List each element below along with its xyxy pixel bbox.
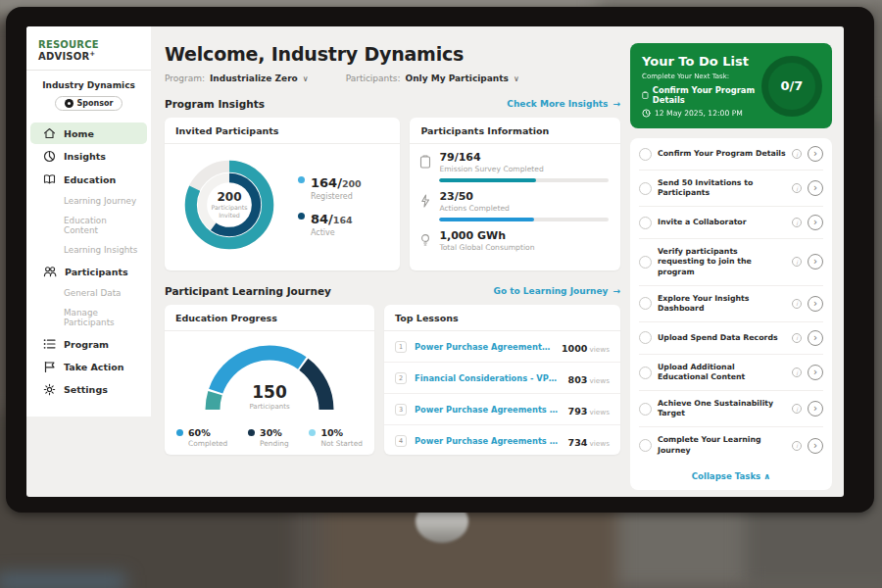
info-icon[interactable]: i	[792, 257, 802, 267]
info-icon[interactable]: i	[792, 299, 802, 309]
task-checkbox[interactable]	[639, 439, 652, 452]
task-checkbox[interactable]	[639, 367, 652, 379]
program-list-icon	[43, 338, 56, 350]
sidebar-item-education[interactable]: Education	[30, 169, 147, 190]
sidebar-item-insights[interactable]: Insights	[30, 145, 147, 168]
desk-photo: RESOURCE ADVISOR+ Industry Dynamics Spon…	[0, 0, 882, 588]
sidebar-item-home[interactable]: Home	[30, 122, 147, 144]
education-progress-card: Education Progress 150 Participants	[165, 305, 374, 455]
legend-dot	[248, 429, 255, 436]
org-name: Industry Dynamics	[26, 80, 151, 90]
sidebar-item-learning-insights[interactable]: Learning Insights	[30, 240, 147, 260]
todo-summary-card: Your To Do List Complete Your Next Task:…	[630, 43, 832, 128]
task-checkbox[interactable]	[639, 331, 652, 344]
lesson-link[interactable]: Power Purchase Agreements 101	[415, 405, 561, 415]
task-checkbox[interactable]	[639, 148, 652, 161]
home-icon	[43, 127, 56, 139]
sidebar-item-take-action[interactable]: Take Action	[30, 356, 147, 377]
chevron-right-button[interactable]: ›	[808, 215, 823, 230]
sidebar-item-settings[interactable]: Settings	[30, 378, 147, 401]
sidebar-item-participants[interactable]: Participants	[30, 261, 147, 282]
go-to-learning-journey-link[interactable]: Go to Learning Journey →	[494, 286, 620, 296]
info-icon[interactable]: i	[792, 183, 802, 193]
emission-survey-row: 79/164 Emission Survey Completed	[419, 151, 609, 182]
lesson-link[interactable]: Power Purchase Agreements 102	[415, 436, 561, 446]
info-icon[interactable]: i	[792, 333, 802, 343]
gauge-participants-value: 150	[165, 382, 374, 402]
program-insights-title: Program Insights	[165, 98, 265, 110]
emission-survey-label: Emission Survey Completed	[439, 165, 609, 173]
card-title: Invited Participants	[165, 118, 400, 144]
info-icon[interactable]: i	[792, 368, 802, 377]
actions-completed-value: 23/50	[439, 190, 609, 203]
legend-dot	[298, 176, 305, 183]
registered-value: 164/	[311, 175, 342, 190]
chevron-right-button[interactable]: ›	[808, 401, 823, 416]
sidebar-item-program[interactable]: Program	[30, 333, 147, 355]
chevron-right-button[interactable]: ›	[808, 146, 823, 162]
survey-clipboard-icon	[419, 151, 432, 182]
task-checkbox[interactable]	[639, 217, 652, 229]
background-blue-object	[0, 574, 125, 588]
info-icon[interactable]: i	[792, 218, 802, 227]
sidebar-item-learning-journey[interactable]: Learning Journey	[30, 191, 147, 211]
sidebar-item-label: Program	[64, 339, 109, 350]
sidebar-item-manage-participants[interactable]: Manage Participants	[30, 303, 147, 332]
consumption-row: 1,000 GWh Total Global Consumption	[419, 229, 609, 252]
task-label: Send 50 Invitations to Participants	[658, 178, 786, 198]
active-denominator: 164	[333, 215, 353, 225]
chevron-right-button[interactable]: ›	[808, 330, 823, 346]
lesson-link[interactable]: Financial Considerations - VPPAs	[415, 373, 561, 383]
education-icon	[43, 173, 56, 185]
invited-donut-chart: 200 Participants Invited	[174, 150, 284, 260]
link-label: Check More Insights	[507, 99, 608, 109]
resource-advisor-logo[interactable]: RESOURCE ADVISOR+	[26, 33, 151, 70]
task-checkbox[interactable]	[639, 182, 652, 195]
check-more-insights-link[interactable]: Check More Insights →	[507, 99, 620, 109]
sidebar-item-label: Participants	[65, 267, 128, 277]
lesson-row: 1 Power Purchase Agreements 101 1000view…	[384, 331, 620, 363]
sponsor-label: Sponsor	[77, 99, 114, 108]
sidebar-item-label: Education	[64, 174, 116, 185]
filters-row: Program: Industrialize Zero ∨ Participan…	[165, 74, 620, 83]
chevron-right-button[interactable]: ›	[808, 438, 823, 454]
invited-total-label: Participants Invited	[204, 204, 255, 220]
collapse-tasks-link[interactable]: Collapse Tasks ∧	[639, 464, 823, 490]
participants-filter[interactable]: Participants: Only My Participants ∨	[346, 74, 519, 83]
lesson-row: 2 Financial Considerations - VPPAs 803vi…	[384, 363, 620, 394]
lesson-rank: 4	[395, 435, 407, 447]
emission-survey-progressbar	[439, 178, 609, 182]
todo-title: Your To Do List	[642, 54, 756, 69]
arrow-right-icon: →	[612, 286, 620, 296]
task-checkbox[interactable]	[639, 297, 652, 310]
invited-participants-card: Invited Participants	[165, 118, 400, 270]
clipboard-icon	[642, 90, 649, 100]
education-progress-gauge: 150 Participants	[165, 331, 374, 419]
actions-completed-progressbar	[439, 218, 609, 221]
info-icon[interactable]: i	[792, 441, 802, 451]
lesson-link[interactable]: Power Purchase Agreements 101	[415, 342, 554, 352]
task-label: Upload Spend Data Records	[658, 333, 786, 343]
program-filter[interactable]: Program: Industrialize Zero ∨	[165, 74, 309, 83]
info-icon[interactable]: i	[792, 404, 802, 414]
sidebar-item-general-data[interactable]: General Data	[30, 283, 147, 303]
info-icon[interactable]: i	[792, 149, 802, 159]
lesson-rank: 1	[395, 341, 407, 353]
task-label: Explore Your Insights Dashboard	[658, 294, 786, 314]
legend-dot	[309, 429, 316, 436]
chevron-right-button[interactable]: ›	[808, 254, 823, 270]
chevron-right-button[interactable]: ›	[808, 180, 823, 196]
views-label: views	[589, 345, 610, 354]
task-checkbox[interactable]	[639, 256, 652, 269]
program-filter-label: Program:	[165, 74, 205, 83]
legend-dot	[176, 429, 183, 436]
sidebar-item-education-content[interactable]: Education Content	[30, 211, 147, 240]
chevron-right-button[interactable]: ›	[808, 365, 823, 380]
chevron-right-button[interactable]: ›	[808, 296, 823, 312]
sponsor-badge[interactable]: Sponsor	[55, 96, 123, 111]
legend-not-started: 10% Not Started	[309, 427, 363, 448]
task-row-explore-insights: Explore Your Insights Dashboard i ›	[639, 286, 823, 322]
task-checkbox[interactable]	[639, 403, 652, 416]
pending-label: Pending	[260, 439, 289, 448]
task-row-invite-collaborator: Invite a Collaborator i ›	[639, 207, 823, 239]
